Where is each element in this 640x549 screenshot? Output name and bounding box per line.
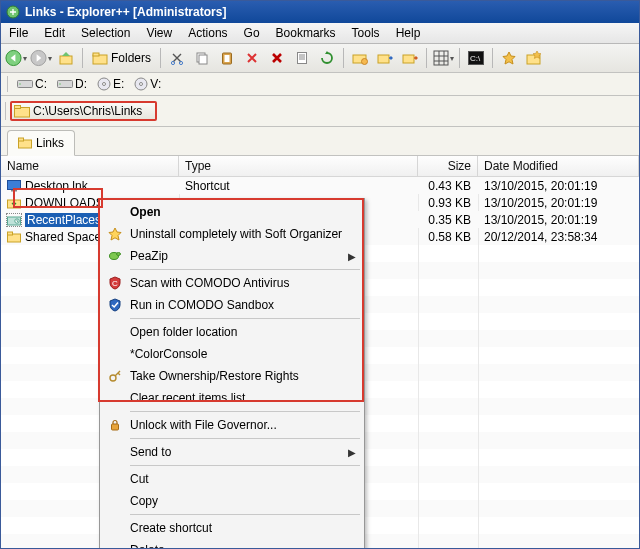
- menu-tools[interactable]: Tools: [344, 23, 388, 43]
- folder-down-icon: [7, 197, 21, 209]
- back-button[interactable]: ▾: [5, 47, 27, 69]
- hdd-icon: [17, 78, 33, 90]
- cm-open-folder[interactable]: Open folder location: [102, 321, 362, 343]
- cm-copy[interactable]: Copy: [102, 490, 362, 512]
- properties-button[interactable]: [291, 47, 313, 69]
- shield-blue-icon: [106, 296, 124, 314]
- svg-point-24: [59, 83, 61, 85]
- shield-red-icon: C: [106, 274, 124, 292]
- views-button[interactable]: ▾: [432, 47, 454, 69]
- context-menu: Open Uninstall completely with Soft Orga…: [99, 198, 365, 549]
- cm-open[interactable]: Open: [102, 201, 362, 223]
- cm-create-shortcut[interactable]: Create shortcut: [102, 517, 362, 539]
- menu-edit[interactable]: Edit: [36, 23, 73, 43]
- key-icon: [106, 367, 124, 385]
- chevron-right-icon: ▶: [348, 447, 356, 458]
- cm-comodo-sandbox[interactable]: Run in COMODO Sandbox: [102, 294, 362, 316]
- drive-label: V:: [150, 77, 161, 91]
- moveto-button[interactable]: [399, 47, 421, 69]
- folders-label: Folders: [111, 51, 151, 65]
- cmdprompt-button[interactable]: C:\: [465, 47, 487, 69]
- organize-bookmarks-button[interactable]: [523, 47, 545, 69]
- svg-rect-30: [15, 106, 21, 109]
- col-header-size[interactable]: Size: [418, 156, 478, 176]
- menu-selection[interactable]: Selection: [73, 23, 138, 43]
- disc-icon: [97, 77, 111, 91]
- svg-rect-34: [11, 190, 17, 192]
- copy-button[interactable]: [191, 47, 213, 69]
- drive-v[interactable]: V:: [131, 76, 164, 92]
- drive-d[interactable]: D:: [54, 76, 90, 92]
- col-header-date[interactable]: Date Modified: [478, 156, 639, 176]
- svg-rect-39: [8, 232, 13, 235]
- svg-rect-9: [199, 55, 207, 64]
- tab-links[interactable]: Links: [7, 130, 75, 156]
- folders-button[interactable]: Folders: [88, 47, 155, 69]
- folder-icon: [7, 231, 21, 243]
- svg-point-41: [117, 253, 121, 256]
- svg-rect-17: [434, 51, 448, 65]
- cut-button[interactable]: [166, 47, 188, 69]
- svg-point-6: [171, 61, 174, 64]
- svg-rect-33: [8, 180, 21, 189]
- cm-comodo-scan[interactable]: C Scan with COMODO Antivirus: [102, 272, 362, 294]
- svg-text:C: C: [112, 279, 118, 288]
- menubar: File Edit Selection View Actions Go Book…: [1, 23, 639, 44]
- copyto-button[interactable]: [374, 47, 396, 69]
- cm-soft-organizer[interactable]: Uninstall completely with Soft Organizer: [102, 223, 362, 245]
- cm-unlock-file-governor[interactable]: Unlock with File Governor...: [102, 414, 362, 436]
- menu-view[interactable]: View: [138, 23, 180, 43]
- paste-button[interactable]: [216, 47, 238, 69]
- svg-point-26: [103, 83, 106, 86]
- svg-rect-16: [403, 55, 414, 63]
- cm-send-to[interactable]: Send to▶: [102, 441, 362, 463]
- disc-icon: [134, 77, 148, 91]
- menu-actions[interactable]: Actions: [180, 23, 235, 43]
- cm-cut[interactable]: Cut: [102, 468, 362, 490]
- toolbar: ▾ ▾ Folders ▾ C:\: [1, 44, 639, 73]
- cm-colorconsole[interactable]: *ColorConsole: [102, 343, 362, 365]
- drives-bar: C: D: E: V:: [1, 73, 639, 96]
- drive-label: C:: [35, 77, 47, 91]
- bookmark-button[interactable]: [498, 47, 520, 69]
- menu-bookmarks[interactable]: Bookmarks: [268, 23, 344, 43]
- tab-label: Links: [36, 136, 64, 150]
- address-highlight: C:\Users\Chris\Links: [10, 101, 157, 121]
- tabs-bar: Links: [1, 127, 639, 156]
- menu-file[interactable]: File: [1, 23, 36, 43]
- col-header-type[interactable]: Type: [179, 156, 418, 176]
- svg-rect-32: [19, 138, 24, 141]
- svg-rect-44: [112, 424, 119, 430]
- window-title: Links - Explorer++ [Administrators]: [25, 5, 226, 19]
- col-header-name[interactable]: Name: [1, 156, 179, 176]
- drive-label: E:: [113, 77, 124, 91]
- titlebar: Links - Explorer++ [Administrators]: [1, 1, 639, 23]
- up-button[interactable]: [55, 47, 77, 69]
- menu-go[interactable]: Go: [236, 23, 268, 43]
- cm-take-ownership[interactable]: Take Ownership/Restore Rights: [102, 365, 362, 387]
- svg-point-22: [19, 83, 21, 85]
- refresh-button[interactable]: [316, 47, 338, 69]
- drive-e[interactable]: E:: [94, 76, 127, 92]
- lock-icon: [106, 416, 124, 434]
- newfolder-button[interactable]: [349, 47, 371, 69]
- menu-help[interactable]: Help: [388, 23, 429, 43]
- chevron-right-icon: ▶: [348, 251, 356, 262]
- folder-icon: [14, 104, 30, 118]
- forward-button[interactable]: ▾: [30, 47, 52, 69]
- svg-rect-15: [378, 55, 389, 63]
- hdd-icon: [57, 78, 73, 90]
- drive-c[interactable]: C:: [14, 76, 50, 92]
- cm-peazip[interactable]: PeaZip ▶: [102, 245, 362, 267]
- table-row[interactable]: Desktop.lnk Shortcut 0.43 KB 13/10/2015,…: [1, 177, 639, 194]
- address-input[interactable]: C:\Users\Chris\Links: [33, 104, 153, 118]
- svg-text:C:\: C:\: [470, 54, 481, 63]
- cm-clear-recent[interactable]: Clear recent items list: [102, 387, 362, 409]
- delete-perm-button[interactable]: [266, 47, 288, 69]
- peazip-icon: [106, 247, 124, 265]
- svg-rect-5: [93, 53, 99, 56]
- recent-icon: [7, 214, 21, 226]
- delete-button[interactable]: [241, 47, 263, 69]
- svg-rect-11: [225, 55, 230, 62]
- cm-delete[interactable]: Delete: [102, 539, 362, 549]
